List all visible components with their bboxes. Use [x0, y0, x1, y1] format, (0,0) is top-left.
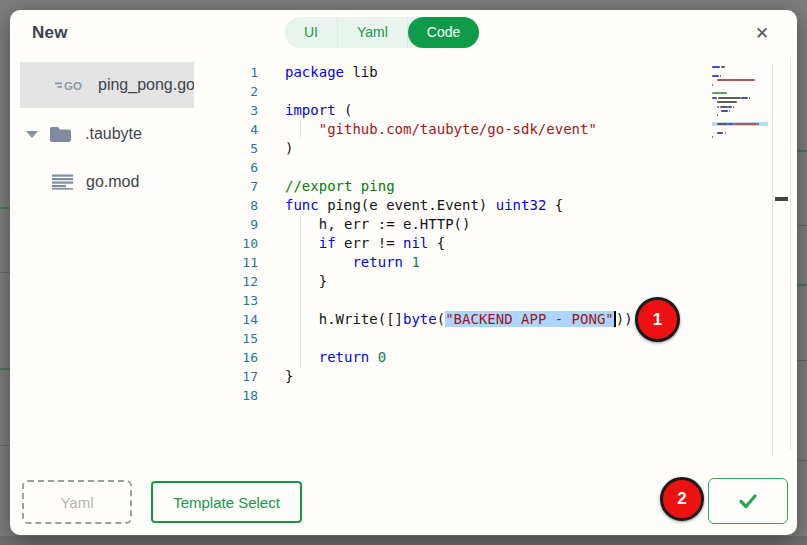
- line-number: 8: [232, 196, 258, 215]
- backdrop-artifact: [797, 150, 807, 152]
- annotation-marker-1: 1: [635, 297, 680, 342]
- code-token: h, err := e.HTTP(): [285, 216, 470, 232]
- backdrop-artifact: [0, 445, 10, 446]
- line-number: 9: [232, 215, 258, 234]
- code-line-6: [285, 158, 715, 177]
- yaml-button[interactable]: Yaml: [22, 480, 132, 524]
- code-token: lib: [344, 64, 378, 80]
- backdrop-artifact: [797, 360, 807, 361]
- code-line-3: import (: [285, 101, 715, 120]
- chevron-down-icon[interactable]: [26, 131, 38, 138]
- line-number: 17: [232, 367, 258, 386]
- tree-item-ping-pong-go[interactable]: GOping_pong.go: [20, 62, 194, 108]
- line-number: 1: [232, 63, 258, 82]
- code-token: (: [437, 311, 445, 327]
- code-token: [285, 235, 319, 251]
- code-token: h.Write([]: [285, 311, 403, 327]
- line-number: 10: [232, 234, 258, 253]
- tree-item-go-mod[interactable]: go.mod: [10, 166, 242, 198]
- code-line-2: [285, 82, 715, 101]
- editor-line-numbers: 123456789101112131415161718: [232, 63, 258, 405]
- backdrop-artifact: [797, 225, 807, 226]
- backdrop-artifact: [0, 536, 807, 545]
- code-token: }: [285, 273, 327, 289]
- go-file-icon: GO: [55, 77, 85, 93]
- tree-item--taubyte[interactable]: .taubyte: [10, 118, 242, 150]
- code-line-11: return 1: [285, 253, 715, 272]
- line-number: 6: [232, 158, 258, 177]
- backdrop-artifact: [0, 368, 10, 370]
- code-line-10: if err != nil {: [285, 234, 715, 253]
- checkmark-icon: [736, 489, 760, 513]
- backdrop-artifact: [797, 284, 807, 286]
- code-token: uint32: [496, 197, 547, 213]
- annotation-marker-2: 2: [660, 477, 704, 521]
- tab-code[interactable]: Code: [408, 17, 479, 48]
- code-line-16: return 0: [285, 348, 715, 367]
- tab-ui[interactable]: UI: [285, 17, 337, 48]
- code-token: [285, 254, 352, 270]
- code-line-1: package lib: [285, 63, 715, 82]
- svg-text:GO: GO: [64, 80, 82, 92]
- modal-title: New: [32, 23, 68, 43]
- editor-right-border: [790, 58, 791, 450]
- code-token: nil: [403, 235, 428, 251]
- code-token: [285, 349, 319, 365]
- code-token: }: [285, 368, 293, 384]
- code-line-8: func ping(e event.Event) uint32 {: [285, 196, 715, 215]
- close-icon[interactable]: ✕: [751, 23, 773, 45]
- minimap-separator: [772, 65, 773, 457]
- code-token: return: [319, 349, 370, 365]
- code-token: //export ping: [285, 178, 395, 194]
- scrollbar-handle[interactable]: [775, 197, 788, 201]
- line-number: 11: [232, 253, 258, 272]
- code-token: byte: [403, 311, 437, 327]
- template-select-button[interactable]: Template Select: [151, 481, 302, 523]
- line-number: 12: [232, 272, 258, 291]
- code-token: [369, 349, 377, 365]
- backdrop-artifact: [797, 460, 807, 461]
- code-token: {: [428, 235, 445, 251]
- code-line-5: ): [285, 139, 715, 158]
- backdrop-artifact: [0, 272, 10, 273]
- tree-item-label: .taubyte: [85, 125, 142, 143]
- code-line-4: "github.com/taubyte/go-sdk/event": [285, 120, 715, 139]
- code-line-17: }: [285, 367, 715, 386]
- file-tree: GOping_pong.go.taubytego.mod: [10, 62, 242, 198]
- minimap-line: [712, 140, 768, 144]
- editor-minimap[interactable]: [712, 65, 768, 144]
- line-number: 15: [232, 329, 258, 348]
- tree-item-label: go.mod: [86, 173, 139, 191]
- tab-yaml[interactable]: Yaml: [337, 17, 408, 48]
- code-token: func: [285, 197, 319, 213]
- code-line-18: [285, 386, 715, 405]
- code-token: [285, 121, 319, 137]
- code-token: "github.com/taubyte/go-sdk/event": [319, 121, 597, 137]
- code-token: import: [285, 102, 336, 118]
- code-token: {: [546, 197, 563, 213]
- code-editor[interactable]: package libimport ( "github.com/taubyte/…: [285, 63, 715, 405]
- code-token: )): [616, 311, 633, 327]
- line-number: 13: [232, 291, 258, 310]
- code-token: return: [352, 254, 403, 270]
- code-line-9: h, err := e.HTTP(): [285, 215, 715, 234]
- tree-item-label: ping_pong.go: [98, 76, 194, 94]
- code-token: err !=: [336, 235, 403, 251]
- line-number: 2: [232, 82, 258, 101]
- file-lines-icon: [52, 174, 73, 190]
- backdrop-artifact: [0, 207, 10, 209]
- screen: { "window": { "title": "New", "close_ico…: [0, 0, 807, 545]
- indent-guide: [300, 120, 301, 139]
- indent-guide: [300, 215, 301, 367]
- line-number: 3: [232, 101, 258, 120]
- code-token: if: [319, 235, 336, 251]
- code-token: ): [285, 140, 293, 156]
- code-token: "BACKEND APP - PONG": [445, 311, 614, 327]
- code-token: (: [336, 102, 353, 118]
- code-token: 0: [378, 349, 386, 365]
- confirm-button[interactable]: [708, 478, 788, 524]
- code-line-7: //export ping: [285, 177, 715, 196]
- line-number: 7: [232, 177, 258, 196]
- code-token: package: [285, 64, 344, 80]
- line-number: 14: [232, 310, 258, 329]
